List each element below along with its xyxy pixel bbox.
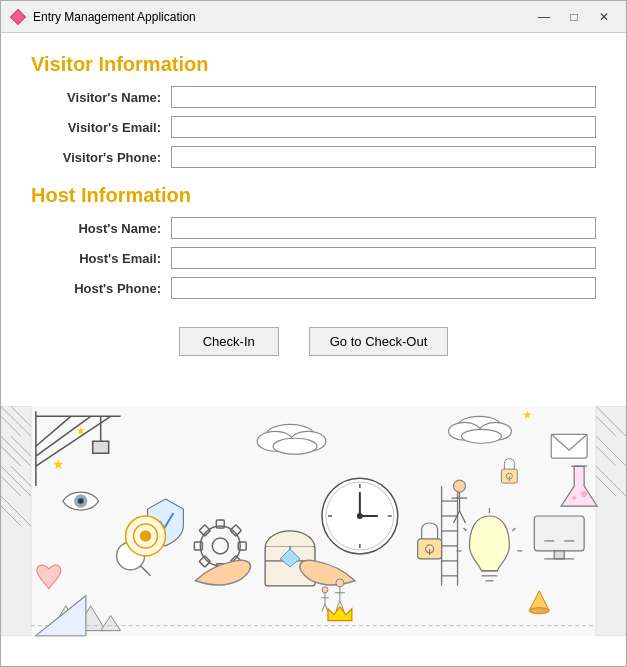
visitor-email-input[interactable] <box>171 116 596 138</box>
visitor-email-label: Visitor's Email: <box>31 120 161 135</box>
host-section-title: Host Information <box>31 184 596 207</box>
host-section: Host Information Host's Name: Host's Ema… <box>31 184 596 307</box>
window-controls: — □ ✕ <box>530 6 618 28</box>
svg-point-116 <box>141 531 151 541</box>
close-button[interactable]: ✕ <box>590 6 618 28</box>
button-row: Check-In Go to Check-Out <box>31 327 596 356</box>
svg-marker-1 <box>12 11 24 23</box>
checkin-button[interactable]: Check-In <box>179 327 279 356</box>
svg-point-76 <box>454 480 466 492</box>
illustration-area <box>1 376 626 666</box>
svg-rect-95 <box>554 551 564 559</box>
svg-point-99 <box>581 491 587 497</box>
app-title: Entry Management Application <box>33 10 530 24</box>
checkout-button[interactable]: Go to Check-Out <box>309 327 449 356</box>
host-phone-group: Host's Phone: <box>31 277 596 299</box>
svg-rect-92 <box>534 516 584 551</box>
illustration-svg <box>1 376 626 666</box>
svg-point-101 <box>336 579 344 587</box>
host-email-group: Host's Email: <box>31 247 596 269</box>
svg-point-41 <box>357 513 363 519</box>
visitor-name-label: Visitor's Name: <box>31 90 161 105</box>
svg-rect-81 <box>418 539 442 559</box>
visitor-phone-input[interactable] <box>171 146 596 168</box>
minimize-button[interactable]: — <box>530 6 558 28</box>
svg-point-36 <box>462 429 502 443</box>
host-email-label: Host's Email: <box>31 251 161 266</box>
visitor-name-group: Visitor's Name: <box>31 86 596 108</box>
visitor-section-title: Visitor Information <box>31 53 596 76</box>
app-icon <box>9 8 27 26</box>
host-email-input[interactable] <box>171 247 596 269</box>
svg-point-32 <box>273 438 317 454</box>
svg-point-85 <box>78 498 84 504</box>
host-name-input[interactable] <box>171 217 596 239</box>
host-phone-input[interactable] <box>171 277 596 299</box>
svg-point-98 <box>572 496 576 500</box>
visitor-section: Visitor Information Visitor's Name: Visi… <box>31 53 596 176</box>
svg-rect-113 <box>551 434 587 458</box>
visitor-email-group: Visitor's Email: <box>31 116 596 138</box>
host-phone-label: Host's Phone: <box>31 281 161 296</box>
visitor-name-input[interactable] <box>171 86 596 108</box>
svg-point-106 <box>322 587 328 593</box>
visitor-phone-group: Visitor's Phone: <box>31 146 596 168</box>
main-window: Entry Management Application — □ ✕ Visit… <box>0 0 627 667</box>
svg-point-124 <box>529 608 549 614</box>
svg-rect-28 <box>93 441 109 453</box>
maximize-button[interactable]: □ <box>560 6 588 28</box>
host-name-label: Host's Name: <box>31 221 161 236</box>
host-name-group: Host's Name: <box>31 217 596 239</box>
main-content: Visitor Information Visitor's Name: Visi… <box>1 33 626 376</box>
visitor-phone-label: Visitor's Phone: <box>31 150 161 165</box>
title-bar: Entry Management Application — □ ✕ <box>1 1 626 33</box>
